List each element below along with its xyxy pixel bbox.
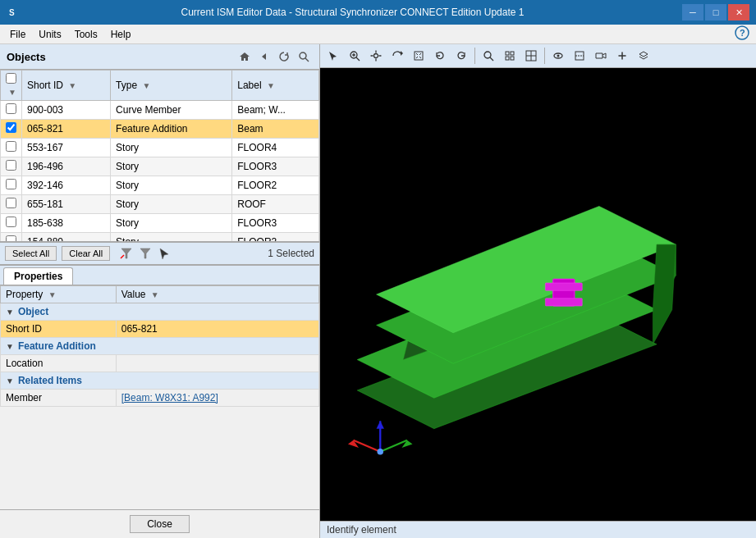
vp-view3-button[interactable] (521, 46, 541, 66)
viewport-toolbar (320, 44, 756, 68)
row-checkbox-cell (1, 195, 22, 214)
property-link[interactable]: [Beam: W8X31: A992] (121, 392, 218, 404)
3d-scene-svg (320, 68, 756, 521)
property-row: Member [Beam: W8X31: A992] (1, 390, 319, 407)
objects-title: Objects (7, 51, 46, 63)
col-value: Value ▼ (116, 286, 318, 303)
table-row[interactable]: 655-181 Story ROOF (1, 195, 319, 214)
row-short-id: 065-821 (22, 120, 111, 139)
vp-layers-button[interactable] (634, 46, 653, 66)
right-panel: Identify element (320, 44, 756, 538)
row-checkbox[interactable] (6, 141, 16, 152)
vp-search-button[interactable] (479, 46, 498, 66)
row-type: Story (111, 195, 232, 214)
vp-select-button[interactable] (323, 46, 343, 66)
svg-rect-19 (506, 57, 509, 60)
back-button[interactable] (255, 48, 273, 66)
property-name: Member (1, 390, 117, 407)
table-row[interactable]: 154-880 Story FLOOR2 (1, 233, 319, 243)
row-checkbox[interactable] (6, 179, 16, 189)
vp-fit-button[interactable] (409, 46, 428, 66)
row-checkbox-cell (1, 214, 22, 233)
col-checkbox: ▼ (1, 71, 22, 101)
clear-all-button[interactable]: Clear All (62, 246, 110, 261)
row-checkbox[interactable] (6, 122, 16, 133)
select-all-checkbox[interactable] (6, 73, 16, 84)
menu-file[interactable]: File (3, 27, 32, 42)
table-row[interactable]: 185-638 Story FLOOR3 (1, 214, 319, 233)
filter-active-icon[interactable] (118, 245, 135, 262)
row-type: Story (111, 233, 232, 243)
col-label: Label ▼ (232, 71, 319, 101)
row-short-id: 392-146 (22, 176, 111, 195)
home-button[interactable] (236, 48, 254, 66)
filter-icon-checkbox: ▼ (8, 88, 16, 97)
left-panel: Objects (0, 44, 320, 538)
menu-help[interactable]: Help (104, 27, 138, 42)
svg-rect-17 (506, 52, 509, 55)
vp-section-button[interactable] (570, 46, 589, 66)
refresh-button[interactable] (275, 48, 293, 66)
select-all-button[interactable]: Select All (5, 246, 57, 261)
row-short-id: 655-181 (22, 195, 111, 214)
window-title: Current ISM Editor Data - Structural Syn… (23, 7, 682, 18)
menu-tools[interactable]: Tools (68, 27, 104, 42)
vp-camera-button[interactable] (591, 46, 611, 66)
table-row[interactable]: 065-821 Feature Addition Beam (1, 120, 319, 139)
svg-rect-20 (511, 57, 514, 60)
svg-point-46 (377, 449, 383, 454)
vp-link-button[interactable] (612, 46, 632, 66)
vp-eye-button[interactable] (548, 46, 568, 66)
vp-rotate-button[interactable] (387, 46, 407, 66)
search-button[interactable] (295, 48, 313, 66)
svg-line-7 (121, 255, 124, 258)
properties-table: Property ▼ Value ▼ ▼Object Short ID 065-… (0, 285, 319, 407)
row-checkbox-cell (1, 176, 22, 195)
row-label: FLOOR3 (232, 157, 319, 176)
table-footer: Select All Clear All 1 Selected (0, 242, 319, 264)
svg-text:S: S (9, 8, 15, 17)
close-button[interactable]: Close (130, 515, 190, 533)
row-checkbox[interactable] (6, 235, 16, 242)
vp-undo-button[interactable] (430, 46, 450, 66)
row-type: Story (111, 214, 232, 233)
objects-table: ▼ Short ID ▼ Type ▼ Label ▼ 900-003 Curv… (0, 70, 319, 242)
row-short-id: 553-167 (22, 139, 111, 157)
row-checkbox-cell (1, 120, 22, 139)
row-checkbox[interactable] (6, 217, 16, 227)
row-short-id: 196-496 (22, 157, 111, 176)
vp-grid-button[interactable] (500, 46, 520, 66)
table-row[interactable]: 196-496 Story FLOOR3 (1, 157, 319, 176)
table-row[interactable]: 392-146 Story FLOOR2 (1, 176, 319, 195)
property-value: 065-821 (121, 323, 158, 335)
table-row[interactable]: 553-167 Story FLOOR4 (1, 139, 319, 157)
row-type: Feature Addition (111, 120, 232, 139)
row-checkbox[interactable] (6, 103, 16, 114)
vp-redo-button[interactable] (451, 46, 471, 66)
row-checkbox[interactable] (6, 198, 16, 208)
property-value-cell: 065-821 (116, 321, 318, 338)
footer-icons (118, 245, 172, 262)
tab-properties[interactable]: Properties (3, 267, 73, 285)
vp-zoom-button[interactable] (345, 46, 364, 66)
row-checkbox[interactable] (6, 160, 16, 171)
table-row[interactable]: 900-003 Curve Member Beam; W... (1, 101, 319, 120)
svg-point-4 (300, 52, 306, 59)
svg-rect-39 (545, 299, 582, 306)
filter-icon[interactable] (137, 245, 153, 262)
minimize-button[interactable]: ─ (682, 4, 703, 21)
close-window-button[interactable]: ✕ (728, 4, 749, 21)
row-label: FLOOR3 (232, 214, 319, 233)
properties-section: Properties Property ▼ Value ▼ ▼Object Sh… (0, 264, 319, 509)
menu-units[interactable]: Units (32, 27, 67, 42)
vp-pan-button[interactable] (366, 46, 386, 66)
svg-point-13 (374, 54, 378, 58)
cursor-icon[interactable] (156, 245, 172, 262)
selection-status: 1 Selected (268, 248, 314, 259)
property-group-row: ▼Related Items (1, 372, 319, 390)
row-short-id: 185-638 (22, 214, 111, 233)
maximize-button[interactable]: □ (705, 4, 726, 21)
vp-separator-2 (544, 48, 545, 64)
row-label: ROOF (232, 195, 319, 214)
svg-text:?: ? (740, 28, 745, 38)
